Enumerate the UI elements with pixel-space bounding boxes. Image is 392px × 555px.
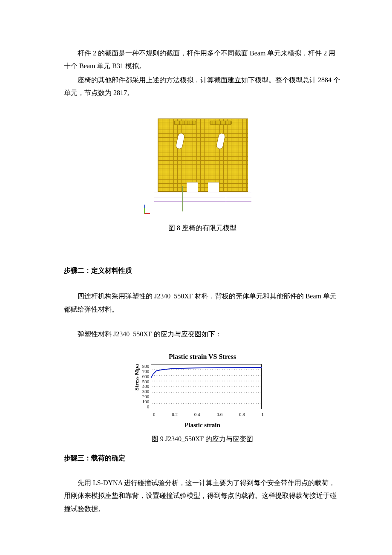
figure-8: 图 8 座椅的有限元模型 xyxy=(64,109,341,234)
chart-title: Plastic strain VS Stress xyxy=(131,350,274,363)
figure-9-caption: 图 9 J2340_550XF 的应力与应变图 xyxy=(64,433,341,445)
figure-9: Plastic strain VS Stress Stress Mpa 800 … xyxy=(64,350,341,446)
section-step3-title: 步骤三：载荷的确定 xyxy=(64,452,341,465)
chart-x-ticks: 0 0.2 0.4 0.6 0.8 1 xyxy=(153,409,264,419)
paragraph-material-assign: 四连杆机构采用弹塑性的 J2340_550XF 材料，背板的壳体单元和其他部件的… xyxy=(64,290,341,316)
axis-triad-icon xyxy=(144,208,150,214)
chart-plot-area xyxy=(151,364,262,409)
paragraph-load-determine: 先用 LS-DYNA 进行碰撞试验分析，这一计算主要为了得到每个安全带作用点的载… xyxy=(64,477,341,515)
paragraph-rod2: 杆件 2 的截面是一种不规则的截面，杆件用多个不同截面 Beam 单元来模拟，杆… xyxy=(64,47,341,73)
chart-y-ticks: 800 700 600 500 400 300 200 100 0 xyxy=(142,364,151,409)
chart-y-label: Stress Mpa xyxy=(131,364,142,398)
paragraph-curve-intro: 弹塑性材料 J2340_550XF 的应力与应变图如下： xyxy=(64,328,341,341)
paragraph-seat-model: 座椅的其他部件都采用上述的方法模拟，计算截面建立如下模型。整个模型总计 2884… xyxy=(64,74,341,100)
figure-8-caption: 图 8 座椅的有限元模型 xyxy=(64,222,341,234)
section-step2-title: 步骤二：定义材料性质 xyxy=(64,264,341,277)
chart-x-label: Plastic strain xyxy=(131,419,274,431)
figure-8-graphic xyxy=(136,109,268,220)
